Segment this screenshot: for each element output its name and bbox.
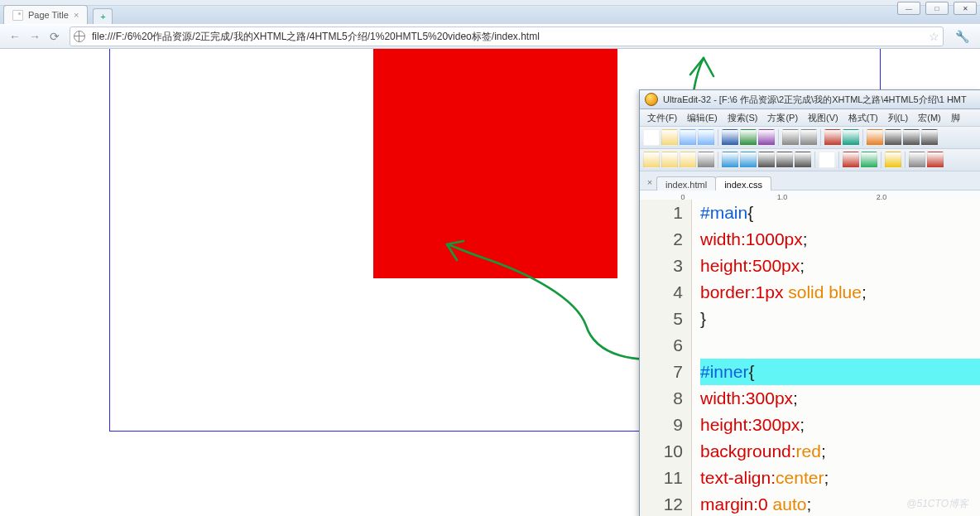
code-token: 300px <box>752 415 800 434</box>
ultraedit-titlebar[interactable]: UltraEdit-32 - [F:\6 作品资源\2正完成\我的XHTML之路… <box>640 90 980 109</box>
window-close-button[interactable]: ✕ <box>954 2 977 15</box>
code-token: height: <box>700 415 752 434</box>
word-icon[interactable] <box>722 129 738 146</box>
page-icon[interactable] <box>819 152 835 168</box>
ultraedit-toolbar-row-1 <box>640 127 980 149</box>
url-input[interactable] <box>90 30 924 43</box>
code-line[interactable]: border:1px solid blue; <box>700 279 980 306</box>
line-number: 12 <box>640 491 683 516</box>
code-token: background: <box>700 441 796 461</box>
data-icon[interactable] <box>758 129 775 146</box>
db-icon[interactable] <box>824 129 841 146</box>
menu-item[interactable]: 宏(M) <box>914 110 945 126</box>
tab-close-icon[interactable]: × <box>74 10 79 20</box>
menu-item[interactable]: 方案(P) <box>763 110 802 126</box>
folder1-icon[interactable] <box>643 152 660 168</box>
menu-item[interactable]: 文件(F) <box>643 110 681 126</box>
globe-icon <box>74 31 85 42</box>
code-line[interactable]: height:300px; <box>700 412 980 438</box>
code-token: height: <box>700 256 752 275</box>
undo-icon[interactable] <box>843 152 859 168</box>
code-line[interactable]: text-align:center; <box>700 465 980 491</box>
code-token: #main <box>700 203 747 222</box>
code-token: width: <box>700 388 746 407</box>
menu-item[interactable]: 脚 <box>947 110 964 126</box>
cut-icon[interactable] <box>758 152 775 168</box>
code-token: ; <box>821 441 826 461</box>
print-icon[interactable] <box>698 152 714 168</box>
window-minimize-button[interactable]: — <box>897 2 920 15</box>
code-line[interactable]: #inner{ <box>700 359 980 385</box>
forward-button[interactable]: → <box>25 27 45 46</box>
folder2-icon[interactable] <box>661 152 678 168</box>
toolbar-separator <box>838 152 839 168</box>
paste-icon[interactable] <box>795 152 811 168</box>
redo-icon[interactable] <box>861 152 877 168</box>
col1-icon[interactable] <box>722 152 738 168</box>
menu-item[interactable]: 视图(V) <box>804 110 843 126</box>
code-line[interactable] <box>700 332 980 359</box>
reload-button[interactable]: ⟳ <box>45 27 65 46</box>
code-token: 300px <box>746 388 793 407</box>
code-token: ; <box>800 256 805 275</box>
code-token: ; <box>824 468 829 487</box>
save-icon[interactable] <box>680 129 696 146</box>
code-line[interactable]: #main{ <box>700 200 980 226</box>
list-icon[interactable] <box>782 129 799 146</box>
code-token: text-align: <box>700 468 776 487</box>
net-icon[interactable] <box>843 129 859 146</box>
code-token: 0 <box>758 494 773 514</box>
ultraedit-code-area[interactable]: 123456789101112 #main{width:1000px;heigh… <box>640 200 980 516</box>
rtl-icon[interactable] <box>800 129 817 146</box>
mark-icon[interactable] <box>885 152 901 168</box>
code-line[interactable]: } <box>700 306 980 332</box>
sort-icon[interactable] <box>909 152 925 168</box>
menu-item[interactable]: 列(L) <box>884 110 912 126</box>
code-line[interactable]: height:500px; <box>700 253 980 279</box>
code-line[interactable]: width:300px; <box>700 385 980 412</box>
ultraedit-window[interactable]: UltraEdit-32 - [F:\6 作品资源\2正完成\我的XHTML之路… <box>639 89 980 516</box>
copy-icon[interactable] <box>903 129 920 146</box>
ultraedit-doc-tabs: × index.htmlindex.css <box>640 171 980 190</box>
code-token: { <box>748 362 754 381</box>
browser-tab-active[interactable]: Page Title × <box>3 5 88 24</box>
code-line[interactable]: background:red; <box>700 438 980 465</box>
menu-item[interactable]: 格式(T) <box>844 110 882 126</box>
line-number: 4 <box>640 279 683 306</box>
window-controls: — □ ✕ <box>897 2 977 15</box>
menu-item[interactable]: 编辑(E) <box>683 110 722 126</box>
cut-icon[interactable] <box>885 129 901 146</box>
copy-icon[interactable] <box>776 152 793 168</box>
open-icon[interactable] <box>661 129 678 146</box>
code-text-column[interactable]: #main{width:1000px;height:500px;border:1… <box>692 200 980 516</box>
col2-icon[interactable] <box>740 152 757 168</box>
code-token: ; <box>806 494 811 514</box>
code-token: border: <box>700 282 756 301</box>
browser-toolbar: ← → ⟳ ☆ 🔧 <box>0 24 980 49</box>
saveall-icon[interactable] <box>698 129 714 146</box>
code-token: red <box>796 441 821 461</box>
settings-wrench-icon[interactable]: 🔧 <box>952 27 972 46</box>
ultraedit-tab-close-icon[interactable]: × <box>643 177 656 190</box>
window-maximize-button[interactable]: □ <box>925 2 949 15</box>
excel-icon[interactable] <box>740 129 757 146</box>
menu-item[interactable]: 搜索(S) <box>723 110 762 126</box>
new-tab-button[interactable]: + <box>93 8 113 24</box>
toolbar-separator <box>881 152 882 168</box>
toolbar-separator <box>905 152 906 168</box>
new-icon[interactable] <box>643 129 660 146</box>
del-icon[interactable] <box>927 152 944 168</box>
code-line[interactable]: width:1000px; <box>700 226 980 253</box>
bookmark-star-icon[interactable]: ☆ <box>929 30 939 43</box>
code-token: #inner <box>700 362 748 381</box>
code-token: center <box>776 468 824 487</box>
line-number: 3 <box>640 253 683 279</box>
line-number: 10 <box>640 438 683 465</box>
paste-icon[interactable] <box>921 129 938 146</box>
back-button[interactable]: ← <box>5 27 25 46</box>
address-bar[interactable]: ☆ <box>70 27 944 46</box>
code-token: ; <box>793 388 798 407</box>
find-icon[interactable] <box>867 129 883 146</box>
folder3-icon[interactable] <box>680 152 696 168</box>
toolbar-separator <box>718 129 718 146</box>
